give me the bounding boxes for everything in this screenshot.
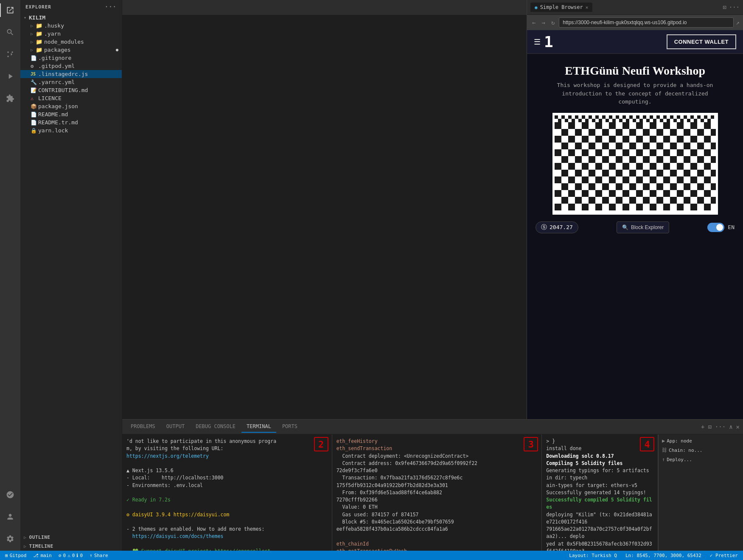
svg-rect-87 (561, 143, 568, 149)
sidebar-item-readme[interactable]: 📄 README.md (20, 110, 122, 118)
terminal-line: - Environments: .env.local (126, 482, 328, 489)
status-ln-col[interactable]: Ln: 8545, 7700, 3000, 65432 (624, 553, 703, 558)
sidebar-item-packages[interactable]: ▷📁 packages (20, 46, 122, 54)
terminal-panel-1[interactable]: 2 'd not like to participate in this ano… (122, 434, 332, 551)
terminal-line[interactable]: https://daisyui.com/docs/themes (126, 533, 328, 540)
terminal-line: Value: 0 ETH (336, 504, 538, 511)
sidebar-item-gitpod[interactable]: ⚙ .gitpod.yml (20, 62, 122, 70)
dapp-menu-icon[interactable]: ☰ (534, 37, 541, 46)
svg-rect-37 (619, 119, 622, 122)
tab-ports[interactable]: PORTS (277, 421, 303, 433)
activity-run-icon[interactable] (3, 70, 17, 83)
terminal-line: 72de9f3c7fa6e0 (336, 467, 538, 474)
status-branch[interactable]: ⎇ main (31, 553, 53, 558)
activity-search-icon[interactable] (3, 25, 17, 39)
sidebar-options-icon[interactable]: ··· (105, 3, 117, 10)
status-layout[interactable]: Layout: Turkish Q (567, 553, 619, 558)
terminal-collapse-icon[interactable]: ∧ (729, 423, 732, 430)
terminal-more-icon[interactable]: ··· (715, 423, 726, 430)
tab-debug-console[interactable]: DEBUG CONSOLE (191, 421, 241, 433)
svg-rect-85 (690, 136, 697, 143)
terminal-panel-2[interactable]: 3 eth_feeHistory eth_sendTransaction Con… (332, 434, 542, 551)
svg-rect-149 (582, 176, 589, 183)
svg-rect-196 (568, 204, 575, 210)
sidebar-item-yarnrc[interactable]: 🔧 .yarnrc.yml (20, 78, 122, 86)
browser-url-input[interactable] (559, 17, 733, 28)
svg-rect-110 (704, 149, 711, 156)
svg-rect-44 (667, 119, 670, 122)
browser-refresh-icon[interactable]: ↻ (550, 18, 556, 27)
sidebar-item-gitignore[interactable]: 📄 .gitignore (20, 54, 122, 62)
svg-rect-123 (555, 163, 561, 170)
terminal-line[interactable]: https://nextjs.org/telemetry (126, 453, 328, 460)
branch-icon: ⎇ (33, 553, 39, 558)
activity-extensions-icon[interactable] (3, 92, 17, 105)
sidebar-item-yarn-lock[interactable]: 🔒 yarn.lock (20, 126, 122, 134)
tab-output[interactable]: OUTPUT (161, 421, 190, 433)
browser-back-icon[interactable]: ← (530, 18, 537, 27)
svg-rect-62 (704, 122, 711, 129)
activity-remote-icon[interactable] (3, 488, 17, 501)
outline-section[interactable]: ▷ OUTLINE (20, 533, 122, 542)
svg-rect-187 (616, 197, 622, 204)
terminal-close-icon[interactable]: ✕ (736, 423, 740, 430)
svg-rect-159 (561, 183, 568, 190)
status-errors[interactable]: ⊘ 0 ⚠ 0 ℹ 0 (57, 553, 84, 558)
sidebar-item-node-modules[interactable]: ▷📁 node_modules (20, 38, 122, 46)
app-icon: ▶ (662, 438, 665, 444)
browser-tab-simple-browser[interactable]: ◉ Simple Browser ✕ (530, 3, 592, 12)
svg-rect-105 (636, 149, 643, 156)
browser-more-icon[interactable]: ··· (729, 4, 740, 11)
svg-rect-120 (684, 156, 690, 163)
activity-account-icon[interactable] (3, 510, 17, 524)
svg-rect-81 (636, 136, 643, 143)
svg-rect-183 (561, 197, 568, 204)
browser-forward-icon[interactable]: → (540, 18, 547, 27)
info-icon: ℹ (76, 553, 78, 558)
svg-rect-96 (684, 143, 690, 149)
status-share[interactable]: ↑ Share (88, 553, 110, 558)
activity-explorer-icon[interactable] (3, 3, 17, 17)
svg-rect-124 (568, 163, 575, 170)
tab-problems[interactable]: PROBLEMS (126, 421, 160, 433)
sidebar-item-yarn[interactable]: ▷📁 .yarn (20, 30, 122, 38)
sidebar-item-readme-tr[interactable]: 📄 README.tr.md (20, 118, 122, 126)
sidebar-folder-kilim[interactable]: ▾ KILIM (20, 14, 122, 22)
svg-rect-141 (643, 170, 650, 176)
terminal-split-icon[interactable]: ⊡ (708, 423, 711, 430)
terminal-line: Block #5: 0x465ec1a65026c4be79bf507659 (336, 518, 538, 526)
timeline-section[interactable]: ▷ TIMELINE (20, 542, 122, 551)
sidebar-item-contributing[interactable]: 📝 CONTRIBUTING.md (20, 86, 122, 94)
status-prettier[interactable]: ✓ Prettier (708, 553, 740, 558)
activity-settings-icon[interactable] (3, 532, 17, 546)
browser-tab-close-icon[interactable]: ✕ (586, 5, 589, 10)
block-explorer-button[interactable]: 🔍 Block Explorer (617, 221, 669, 233)
svg-rect-28 (558, 119, 561, 122)
svg-rect-197 (582, 204, 589, 210)
connect-wallet-button[interactable]: CONNECT WALLET (667, 34, 736, 49)
editor-blank (122, 15, 527, 419)
svg-rect-65 (589, 129, 595, 136)
activity-git-icon[interactable] (3, 48, 17, 61)
sidebar-item-licence[interactable]: ⚠ LICENCE (20, 94, 122, 102)
svg-rect-156 (677, 176, 684, 183)
svg-rect-185 (589, 197, 595, 204)
status-gitpod[interactable]: ⊞ Gitpod (3, 553, 28, 558)
terminal-panel-3[interactable]: 4 > } install done Downloading solc 0.8.… (542, 434, 658, 551)
browser-split-icon[interactable]: ⊡ (723, 4, 726, 11)
browser-open-external-icon[interactable]: ↗ (736, 19, 740, 26)
tab-terminal[interactable]: TERMINAL (241, 421, 276, 433)
terminal-line: eth_sendTransaction (336, 445, 538, 452)
svg-rect-132 (677, 163, 684, 170)
chain-icon: ⛓ (662, 447, 667, 453)
terminal-add-icon[interactable]: + (701, 423, 704, 430)
svg-rect-136 (575, 170, 582, 176)
terminal-tab-bar: PROBLEMS OUTPUT DEBUG CONSOLE TERMINAL P… (122, 420, 743, 434)
lang-toggle[interactable] (707, 223, 724, 232)
sidebar-item-package-json[interactable]: 📦 package.json (20, 102, 122, 110)
browser-nav: ← → ↻ ↗ (527, 15, 743, 30)
sidebar-item-husky[interactable]: ▷📁 .husky (20, 22, 122, 30)
svg-rect-202 (650, 204, 656, 210)
editor-tabs (122, 0, 527, 15)
sidebar-item-lintstaged[interactable]: JS .linstagedrc.js (20, 70, 122, 78)
